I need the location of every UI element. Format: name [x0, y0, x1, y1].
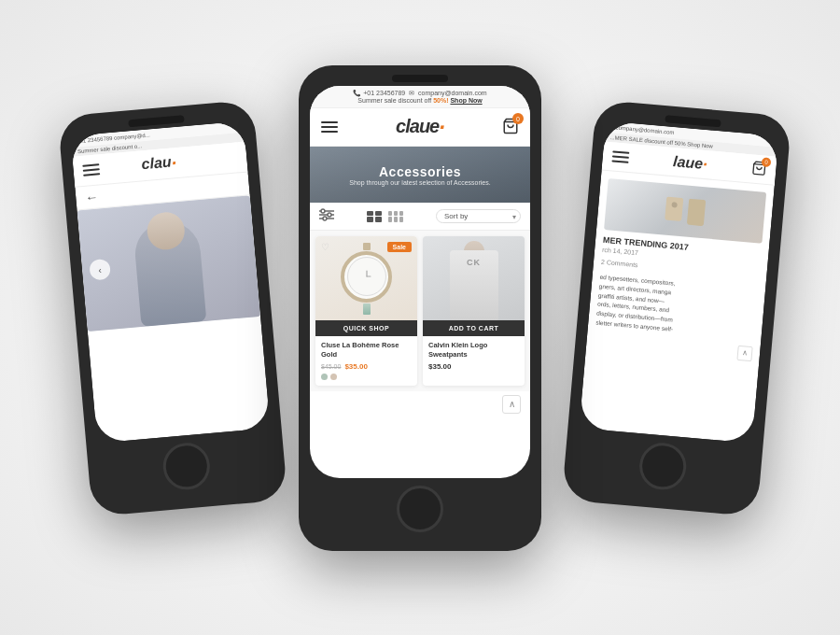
hero-banner: Accessories Shop through our latest sele… [310, 147, 530, 203]
fashion-body: CK [450, 250, 498, 320]
products-toolbar: Sort by Price: Low to High Price: High t… [310, 203, 530, 231]
cart-button[interactable]: 0 [502, 118, 519, 136]
left-hamburger-icon[interactable] [82, 163, 100, 176]
sweatpants-product-info: Calvin Klein Logo Sweatpants $35.00 [423, 336, 525, 376]
right-phone: ...company@domain.com ...MER SALE discou… [562, 100, 792, 517]
cup-right [687, 198, 706, 225]
left-phone-speaker [128, 115, 184, 127]
center-phone-screen: 📞 +01 23456789 ✉ company@domain.com Summ… [310, 86, 530, 478]
sort-select[interactable]: Sort by Price: Low to High Price: High t… [436, 209, 521, 223]
grid-view-button[interactable] [365, 209, 384, 224]
center-phone-home-button[interactable] [397, 486, 443, 532]
quick-shop-button[interactable]: QUICK SHOP [315, 320, 417, 336]
watch-color-green[interactable] [321, 374, 328, 380]
right-blog-content: MER TRENDING 2017 rch 14, 2017 2 Comment… [585, 170, 775, 369]
watch-color-options [321, 374, 412, 380]
left-phone-home-button[interactable] [161, 441, 212, 491]
sweatpants-price: $35.00 [428, 362, 451, 371]
watch-sale-price: $35.00 [344, 362, 367, 371]
watch-sale-badge: Sale [387, 242, 412, 252]
watch-price-row: $45.00 $35.00 [321, 362, 412, 371]
right-phone-screen: ...company@domain.com ...MER SALE discou… [579, 121, 778, 444]
watch-hands-svg [357, 267, 376, 286]
watch-face [341, 251, 392, 303]
brand-on-shirt: CK [467, 258, 481, 267]
svg-point-4 [321, 209, 325, 213]
grid-toggle [365, 209, 405, 224]
svg-point-6 [323, 217, 327, 220]
discount-text: 50%! [433, 97, 448, 104]
add-to-cart-button[interactable]: ADD TO CART [423, 320, 525, 336]
scene: +01 23456789 company@d... Summer sale di… [0, 0, 840, 635]
watch-image-area: ♡ Sale [315, 236, 417, 320]
right-cart-badge: 0 [762, 157, 772, 167]
watch-strap-bottom [363, 303, 371, 315]
sweatpants-price-row: $35.00 [428, 362, 519, 371]
watch-strap-top [363, 243, 371, 250]
product-card-sweatpants: New CK ADD TO CART Calvin Klein Lo [423, 236, 525, 386]
left-phone: +01 23456789 company@d... Summer sale di… [58, 100, 288, 517]
right-text-block: ed typesetters, compositors, gners, art … [595, 273, 758, 341]
hero-subtitle: Shop through our latest selection of Acc… [349, 179, 490, 186]
cup-left [665, 196, 683, 220]
phone-icon: 📞 [353, 90, 361, 96]
right-phone-speaker [665, 115, 721, 127]
scroll-up-button[interactable]: ∧ [502, 395, 521, 414]
left-product-image: ‹ [77, 195, 261, 332]
sweatpants-title: Calvin Klein Logo Sweatpants [428, 341, 519, 360]
list-view-button[interactable] [386, 209, 405, 224]
center-topbar: 📞 +01 23456789 ✉ company@domain.com Summ… [310, 86, 530, 108]
shop-now-link[interactable]: Shop Now [450, 97, 482, 104]
watch-color-beige[interactable] [330, 374, 337, 380]
center-navbar: claue· 0 [310, 108, 530, 147]
right-brand: laue· [672, 153, 707, 173]
promo-text: Summer sale discount off [357, 97, 431, 104]
hero-title: Accessories [379, 164, 461, 179]
watch-title: Cluse La Bohème Rose Gold [321, 341, 412, 360]
product-card-watch: ♡ Sale [315, 236, 417, 386]
watch-original-price: $45.00 [321, 363, 341, 370]
svg-point-5 [328, 213, 331, 217]
products-grid: ♡ Sale [310, 231, 530, 391]
topbar-email: company@domain.com [418, 90, 487, 96]
hamburger-button[interactable] [321, 121, 338, 133]
right-blog-image [604, 178, 766, 244]
sort-wrapper: Sort by Price: Low to High Price: High t… [436, 209, 521, 223]
right-scroll-up[interactable]: ∧ [736, 345, 752, 360]
scroll-indicator: ∧ [310, 391, 530, 417]
watch-product-info: Cluse La Bohème Rose Gold $45.00 $35.00 [315, 336, 417, 386]
right-cart-button[interactable]: 0 [751, 160, 768, 177]
filter-button[interactable] [319, 208, 334, 224]
cart-badge: 0 [512, 113, 524, 124]
right-hamburger-button[interactable] [611, 150, 629, 163]
brand-logo[interactable]: claue· [396, 116, 444, 138]
topbar-phone: +01 23456789 [363, 90, 405, 96]
center-phone: 📞 +01 23456789 ✉ company@domain.com Summ… [299, 65, 541, 551]
sweatpants-image-area: New CK [423, 236, 525, 320]
right-phone-home-button[interactable] [637, 441, 688, 491]
left-phone-screen: +01 23456789 company@d... Summer sale di… [71, 121, 271, 444]
left-brand: clau· [141, 153, 177, 175]
center-phone-speaker [392, 75, 448, 82]
watch-wishlist-button[interactable]: ♡ [321, 242, 329, 252]
